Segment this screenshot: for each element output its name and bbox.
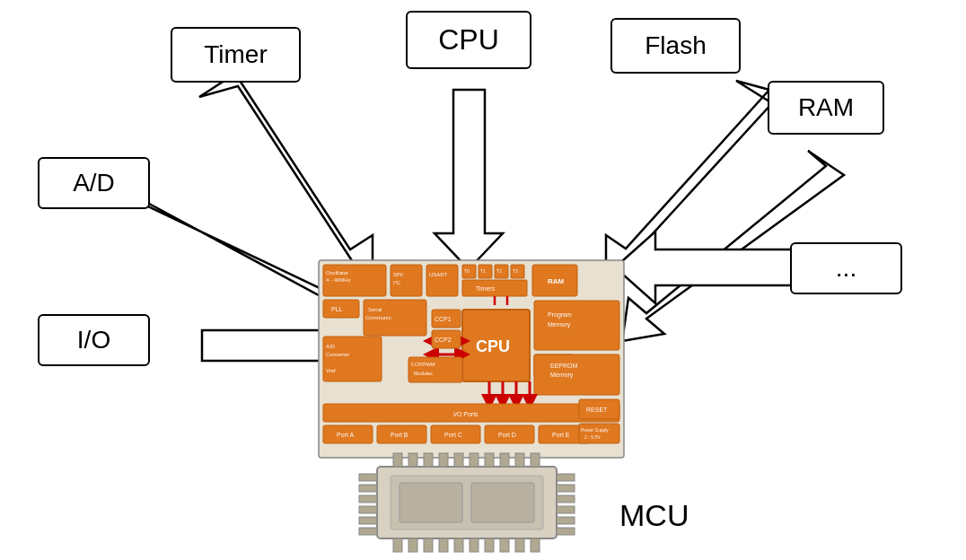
svg-text:Port A: Port A xyxy=(337,432,354,438)
svg-text:Converter: Converter xyxy=(326,352,349,357)
svg-rect-89 xyxy=(557,474,575,481)
svg-text:Communic.: Communic. xyxy=(365,315,393,320)
svg-text:A/D: A/D xyxy=(326,344,336,349)
svg-rect-107 xyxy=(424,538,433,552)
svg-text:Serial: Serial xyxy=(368,307,382,312)
svg-text:CCP/PWM: CCP/PWM xyxy=(411,362,435,367)
svg-rect-112 xyxy=(500,538,509,552)
svg-rect-91 xyxy=(557,495,575,503)
svg-rect-116 xyxy=(400,483,462,522)
svg-text:Port B: Port B xyxy=(391,432,408,438)
svg-rect-95 xyxy=(393,453,402,467)
io-label-text: I/O xyxy=(77,326,110,354)
svg-text:SPI/: SPI/ xyxy=(393,272,404,277)
svg-text:CCP1: CCP1 xyxy=(435,316,452,322)
svg-text:Timers: Timers xyxy=(476,285,496,292)
svg-rect-14 xyxy=(426,265,458,296)
svg-text:USART: USART xyxy=(429,272,448,277)
cpu-arrow xyxy=(435,90,503,269)
svg-text:4 - 40MHz: 4 - 40MHz xyxy=(326,277,351,283)
svg-text:I/O Ports: I/O Ports xyxy=(453,411,479,417)
cpu-label-text: CPU xyxy=(438,23,499,57)
ic-package xyxy=(359,453,575,552)
ad-label-text: A/D xyxy=(73,169,115,197)
timer-label-box: Timer xyxy=(171,27,301,83)
svg-text:Vref: Vref xyxy=(326,368,336,373)
svg-rect-99 xyxy=(454,453,463,467)
io-label-box: I/O xyxy=(38,314,150,366)
svg-text:RESET: RESET xyxy=(586,407,608,413)
svg-rect-92 xyxy=(557,506,575,513)
svg-text:T1: T1 xyxy=(480,268,486,274)
ellipsis-label-box: ... xyxy=(790,242,902,294)
svg-text:T3: T3 xyxy=(513,268,518,274)
svg-rect-87 xyxy=(359,517,377,524)
diagram-container: Oscillator 4 - 40MHz SPI/ I²C USART T0 T… xyxy=(0,0,966,560)
svg-rect-84 xyxy=(359,485,377,492)
svg-rect-90 xyxy=(557,485,575,492)
svg-rect-117 xyxy=(471,483,534,522)
svg-text:Oscillator: Oscillator xyxy=(326,270,348,276)
svg-rect-104 xyxy=(531,453,540,467)
svg-rect-83 xyxy=(359,474,377,481)
ellipsis-label-text: ... xyxy=(836,254,856,283)
svg-rect-98 xyxy=(439,453,448,467)
svg-rect-110 xyxy=(470,538,479,552)
svg-rect-94 xyxy=(557,528,575,535)
mcu-chip: Oscillator 4 - 40MHz SPI/ I²C USART T0 T… xyxy=(319,260,624,458)
svg-rect-86 xyxy=(359,506,377,513)
svg-rect-103 xyxy=(515,453,524,467)
svg-rect-93 xyxy=(557,517,575,524)
timer-label-text: Timer xyxy=(204,40,268,69)
svg-rect-111 xyxy=(485,538,494,552)
svg-text:CPU: CPU xyxy=(476,337,510,355)
svg-rect-102 xyxy=(500,453,509,467)
svg-text:EEPROM: EEPROM xyxy=(550,363,578,369)
ad-label-box: A/D xyxy=(38,157,150,209)
svg-rect-85 xyxy=(359,495,377,503)
svg-rect-96 xyxy=(408,453,417,467)
svg-rect-108 xyxy=(439,538,448,552)
svg-text:I²C: I²C xyxy=(393,280,401,285)
svg-rect-100 xyxy=(470,453,479,467)
svg-text:Program: Program xyxy=(548,311,572,319)
svg-rect-55 xyxy=(534,354,619,395)
svg-text:Modules: Modules xyxy=(414,371,433,376)
svg-text:Power Supply: Power Supply xyxy=(581,427,609,433)
svg-text:2 - 5.5V: 2 - 5.5V xyxy=(584,434,601,440)
mcu-label-text: MCU xyxy=(619,498,689,533)
svg-rect-113 xyxy=(515,538,524,552)
svg-rect-109 xyxy=(454,538,463,552)
svg-text:Port C: Port C xyxy=(444,432,462,438)
svg-text:Memory: Memory xyxy=(550,372,574,379)
ram-label-text: RAM xyxy=(798,93,854,122)
svg-text:Port D: Port D xyxy=(498,432,516,438)
svg-rect-106 xyxy=(408,538,417,552)
cpu-label-box: CPU xyxy=(406,11,531,69)
svg-text:RAM: RAM xyxy=(548,277,565,285)
svg-text:T0: T0 xyxy=(464,268,470,274)
svg-rect-88 xyxy=(359,528,377,535)
svg-text:CCP2: CCP2 xyxy=(435,337,452,343)
svg-rect-101 xyxy=(485,453,494,467)
ram-label-box: RAM xyxy=(768,81,884,135)
svg-text:Memory: Memory xyxy=(548,321,571,328)
svg-rect-97 xyxy=(424,453,433,467)
svg-text:Port E: Port E xyxy=(552,432,570,438)
flash-label-box: Flash xyxy=(610,18,741,74)
svg-text:PLL: PLL xyxy=(331,306,343,312)
svg-text:T2: T2 xyxy=(496,268,502,274)
svg-rect-114 xyxy=(531,538,540,552)
svg-rect-105 xyxy=(393,538,402,552)
flash-label-text: Flash xyxy=(645,31,706,60)
